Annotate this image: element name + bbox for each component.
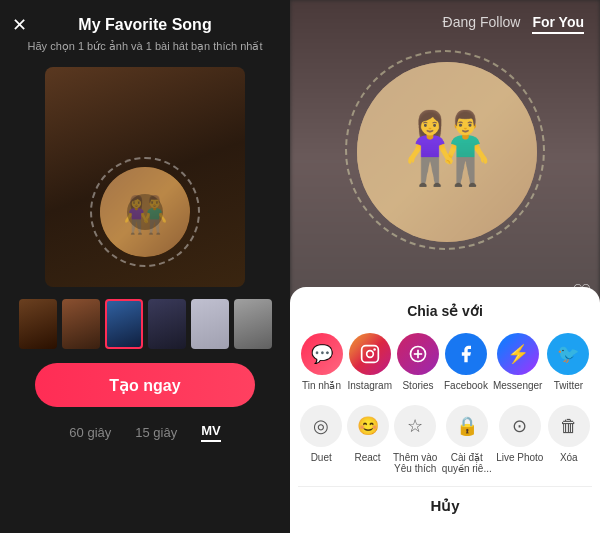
yeu-thich-icon: ☆ (394, 405, 436, 447)
create-button[interactable]: Tạo ngay (35, 363, 255, 407)
cancel-button[interactable]: Hủy (298, 486, 592, 525)
facebook-icon (445, 333, 487, 375)
facebook-label: Facebook (444, 380, 488, 391)
svg-rect-4 (361, 346, 378, 363)
duet-label: Duet (311, 452, 332, 463)
tab-60[interactable]: 60 giây (69, 425, 111, 440)
cai-dat-icon: 🔒 (446, 405, 488, 447)
stories-label: Stories (402, 380, 433, 391)
tab-for-you[interactable]: For You (532, 14, 584, 34)
tin-nhan-icon: 💬 (301, 333, 343, 375)
right-nav: Đang Follow For You (290, 0, 600, 42)
react-icon: 😊 (347, 405, 389, 447)
thumbnail-1[interactable] (19, 299, 57, 349)
tab-15[interactable]: 15 giây (135, 425, 177, 440)
tab-dang-follow[interactable]: Đang Follow (443, 14, 521, 34)
right-panel: Đang Follow For You 👫 ♡ 0 Chia sẻ với 💬 … (290, 0, 600, 533)
share-icons-row1: 💬 Tin nhắn Instagram (298, 333, 592, 391)
share-duet[interactable]: ◎ Duet (300, 405, 342, 474)
share-yeu-thich[interactable]: ☆ Thêm vào Yêu thích (393, 405, 437, 474)
twitter-icon: 🐦 (547, 333, 589, 375)
duet-icon: ◎ (300, 405, 342, 447)
right-content-circle: 👫 (345, 50, 545, 250)
cai-dat-label: Cài đặt quyền riê... (442, 452, 492, 474)
instagram-label: Instagram (348, 380, 392, 391)
instagram-icon (349, 333, 391, 375)
share-icons-row2: ◎ Duet 😊 React ☆ Thêm vào Yêu thích 🔒 Cà… (298, 405, 592, 474)
live-photo-label: Live Photo (496, 452, 543, 463)
share-twitter[interactable]: 🐦 Twitter (547, 333, 589, 391)
page-title: My Favorite Song (12, 16, 278, 34)
tin-nhan-label: Tin nhắn (302, 380, 341, 391)
svg-point-0 (100, 167, 190, 257)
thumbnail-3[interactable] (105, 299, 143, 349)
tab-mv[interactable]: MV (201, 423, 221, 442)
thumbnail-2[interactable] (62, 299, 100, 349)
svg-text:👫: 👫 (404, 107, 492, 190)
close-icon[interactable]: ✕ (12, 14, 27, 36)
left-header: ✕ My Favorite Song (12, 16, 278, 34)
share-sheet: Chia sẻ với 💬 Tin nhắn Instagram (290, 287, 600, 533)
xoa-icon: 🗑 (548, 405, 590, 447)
share-title: Chia sẻ với (298, 303, 592, 319)
svg-point-6 (373, 348, 376, 351)
duration-tabs: 60 giây 15 giây MV (69, 423, 220, 442)
share-stories[interactable]: Stories (397, 333, 439, 391)
share-tin-nhan[interactable]: 💬 Tin nhắn (301, 333, 343, 391)
share-react[interactable]: 😊 React (347, 405, 389, 474)
live-photo-icon: ⊙ (499, 405, 541, 447)
twitter-label: Twitter (554, 380, 583, 391)
share-facebook[interactable]: Facebook (444, 333, 488, 391)
left-panel: ✕ My Favorite Song Hãy chọn 1 bức ảnh và… (0, 0, 290, 533)
svg-point-5 (366, 351, 373, 358)
share-live-photo[interactable]: ⊙ Live Photo (496, 405, 543, 474)
xoa-label: Xóa (560, 452, 578, 463)
stories-icon (397, 333, 439, 375)
thumbnail-6[interactable] (234, 299, 272, 349)
share-cai-dat[interactable]: 🔒 Cài đặt quyền riê... (442, 405, 492, 474)
share-instagram[interactable]: Instagram (348, 333, 392, 391)
circular-frame: 👫 (90, 157, 200, 267)
yeu-thich-label: Thêm vào Yêu thích (393, 452, 437, 474)
share-messenger[interactable]: ⚡ Messenger (493, 333, 542, 391)
right-circle-inner: 👫 (357, 62, 537, 242)
share-xoa[interactable]: 🗑 Xóa (548, 405, 590, 474)
thumbnail-strip (12, 299, 278, 349)
circular-frame-inner: 👫 (100, 167, 190, 257)
left-subtitle: Hãy chọn 1 bức ảnh và 1 bài hát bạn thíc… (28, 40, 263, 53)
messenger-icon: ⚡ (497, 333, 539, 375)
thumbnail-5[interactable] (191, 299, 229, 349)
react-label: React (355, 452, 381, 463)
svg-text:👫: 👫 (123, 193, 168, 236)
messenger-label: Messenger (493, 380, 542, 391)
thumbnail-4[interactable] (148, 299, 186, 349)
main-image-area: 👫 (45, 67, 245, 287)
main-image-bg: 👫 (45, 67, 245, 287)
